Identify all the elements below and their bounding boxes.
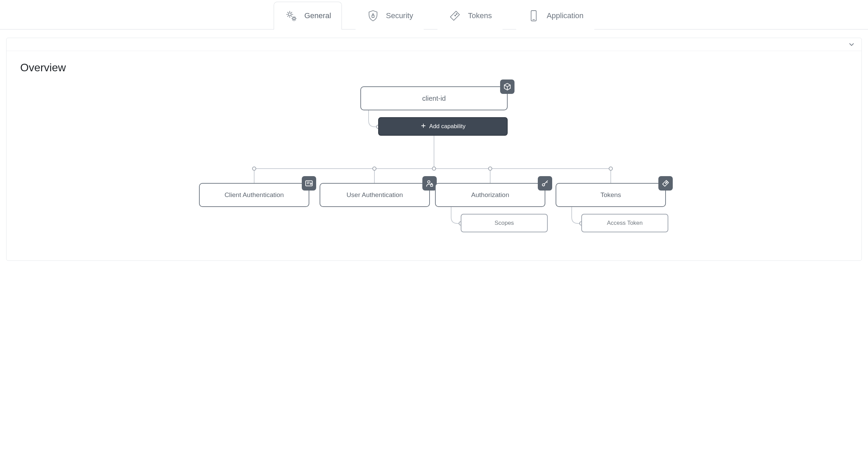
svg-point-4 xyxy=(455,15,456,16)
tab-bar: General Security Tokens xyxy=(0,0,868,29)
add-capability-button[interactable]: Add capability xyxy=(378,117,508,136)
svg-point-23 xyxy=(665,183,666,183)
ticket-icon xyxy=(448,9,462,23)
tab-label: Security xyxy=(386,11,413,20)
node-label: User Authentication xyxy=(347,191,403,199)
node-label: Client Authentication xyxy=(224,191,284,199)
node-label: client-id xyxy=(422,95,446,102)
gears-icon xyxy=(284,9,298,23)
ticket-icon xyxy=(658,176,673,191)
panel-container: Overview xyxy=(0,29,868,274)
tab-label: General xyxy=(304,11,331,20)
node-scopes[interactable]: Scopes xyxy=(461,214,548,232)
collapse-toggle[interactable] xyxy=(848,41,855,48)
tab-tokens[interactable]: Tokens xyxy=(437,2,503,29)
svg-point-22 xyxy=(666,182,667,183)
node-label: Access Token xyxy=(607,220,643,226)
node-client-authentication[interactable]: Client Authentication xyxy=(199,183,309,207)
tab-application[interactable]: Application xyxy=(516,2,594,29)
connector-dot xyxy=(432,167,436,171)
shield-lock-icon xyxy=(366,9,380,23)
overview-panel: Overview xyxy=(6,38,862,261)
chevron-down-icon xyxy=(848,44,855,49)
tab-general[interactable]: General xyxy=(274,2,342,29)
tab-security[interactable]: Security xyxy=(356,2,424,29)
node-label: Scopes xyxy=(495,220,514,226)
svg-rect-20 xyxy=(431,184,433,186)
connector-dot xyxy=(488,167,492,171)
svg-point-3 xyxy=(456,14,457,15)
plus-icon xyxy=(420,123,426,131)
user-lock-icon xyxy=(422,176,437,191)
node-tokens[interactable]: Tokens xyxy=(556,183,666,207)
connector-dot xyxy=(372,167,376,171)
node-label: Tokens xyxy=(600,191,621,199)
connector-dot xyxy=(252,167,256,171)
tab-label: Tokens xyxy=(468,11,492,20)
node-user-authentication[interactable]: User Authentication xyxy=(320,183,430,207)
svg-point-19 xyxy=(427,181,430,183)
panel-title: Overview xyxy=(7,51,861,76)
cube-icon xyxy=(500,79,514,94)
id-card-icon xyxy=(302,176,316,191)
node-access-token[interactable]: Access Token xyxy=(581,214,668,232)
phone-icon xyxy=(527,9,541,23)
node-authorization[interactable]: Authorization xyxy=(435,183,545,207)
key-icon xyxy=(538,176,552,191)
node-client-id[interactable]: client-id xyxy=(360,86,508,110)
panel-header-strip xyxy=(7,38,861,51)
svg-rect-2 xyxy=(372,15,374,17)
svg-point-18 xyxy=(310,183,311,184)
overview-diagram: client-id Add capability Client xyxy=(187,82,681,240)
connector-dot xyxy=(609,167,613,171)
tab-label: Application xyxy=(547,11,584,20)
svg-point-1 xyxy=(293,17,295,20)
node-label: Authorization xyxy=(471,191,509,199)
add-capability-label: Add capability xyxy=(429,123,466,130)
svg-point-0 xyxy=(288,13,291,16)
